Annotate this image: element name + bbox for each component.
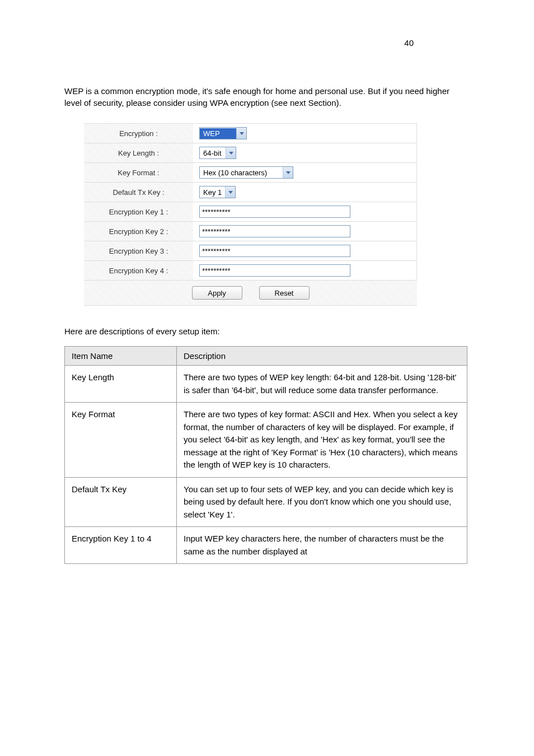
item-name-cell: Encryption Key 1 to 4 xyxy=(65,527,177,564)
description-cell: Input WEP key characters here, the numbe… xyxy=(177,527,467,564)
chevron-down-icon xyxy=(283,167,293,178)
form-label: Default Tx Key : xyxy=(84,183,195,202)
table-header-item: Item Name xyxy=(65,347,177,366)
form-control xyxy=(195,202,417,221)
table-row: Default Tx KeyYou can set up to four set… xyxy=(65,477,467,527)
form-control: 64-bit xyxy=(195,143,417,162)
form-row: Key Format :Hex (10 characters) xyxy=(84,163,417,183)
form-label: Encryption Key 3 : xyxy=(84,241,195,260)
select-encryption[interactable]: WEP xyxy=(199,127,247,139)
item-name-cell: Default Tx Key xyxy=(65,477,177,527)
encryption-key-input[interactable] xyxy=(199,206,350,218)
form-control xyxy=(195,241,417,260)
description-cell: There are two types of WEP key length: 6… xyxy=(177,366,467,403)
chevron-down-icon xyxy=(225,186,235,198)
form-row: Encryption :WEP xyxy=(84,124,417,143)
item-name-cell: Key Length xyxy=(65,366,177,403)
description-table: Item Name Description Key LengthThere ar… xyxy=(64,346,467,564)
form-label: Encryption Key 2 : xyxy=(84,222,195,241)
table-row: Key FormatThere are two types of key for… xyxy=(65,403,467,478)
apply-button[interactable]: Apply xyxy=(192,286,242,300)
form-label: Encryption : xyxy=(84,124,195,143)
description-cell: You can set up to four sets of WEP key, … xyxy=(177,477,467,527)
form-row: Encryption Key 4 : xyxy=(84,261,417,281)
encryption-key-input[interactable] xyxy=(199,264,350,277)
form-row: Key Length :64-bit xyxy=(84,143,417,163)
encryption-key-input[interactable] xyxy=(199,225,350,237)
form-label: Key Format : xyxy=(84,163,195,182)
item-name-cell: Key Format xyxy=(65,403,177,478)
form-row: Encryption Key 1 : xyxy=(84,202,417,222)
select-value: WEP xyxy=(200,128,236,139)
select-defaulttxkey[interactable]: Key 1 xyxy=(199,186,236,198)
chevron-down-icon xyxy=(226,147,236,158)
form-label: Encryption Key 1 : xyxy=(84,202,195,221)
form-control xyxy=(195,222,417,241)
page-number: 40 xyxy=(404,38,414,48)
select-value: 64-bit xyxy=(200,148,226,158)
form-row: Encryption Key 3 : xyxy=(84,241,417,261)
reset-button[interactable]: Reset xyxy=(259,286,310,300)
encryption-key-input[interactable] xyxy=(199,245,350,257)
form-control xyxy=(195,261,417,280)
desc-heading: Here are descriptions of every setup ite… xyxy=(64,326,220,336)
form-label: Key Length : xyxy=(84,143,195,162)
select-value: Hex (10 characters) xyxy=(200,167,283,178)
form-row: Encryption Key 2 : xyxy=(84,222,417,241)
table-row: Key LengthThere are two types of WEP key… xyxy=(65,366,467,403)
form-control: Key 1 xyxy=(195,183,417,202)
select-value: Key 1 xyxy=(200,187,225,198)
table-header-desc: Description xyxy=(177,347,467,366)
description-cell: There are two types of key format: ASCII… xyxy=(177,403,467,478)
form-label: Encryption Key 4 : xyxy=(84,261,195,280)
select-keyformat[interactable]: Hex (10 characters) xyxy=(199,166,293,179)
button-row: ApplyReset xyxy=(84,281,417,306)
form-control: Hex (10 characters) xyxy=(195,163,417,182)
form-panel: Encryption :WEPKey Length :64-bitKey For… xyxy=(84,123,417,306)
form-control: WEP xyxy=(195,124,417,143)
table-row: Encryption Key 1 to 4Input WEP key chara… xyxy=(65,527,467,564)
select-keylength[interactable]: 64-bit xyxy=(199,147,236,159)
chevron-down-icon xyxy=(236,128,246,139)
intro-text: WEP is a common encryption mode, it's sa… xyxy=(64,85,467,109)
form-row: Default Tx Key :Key 1 xyxy=(84,183,417,202)
